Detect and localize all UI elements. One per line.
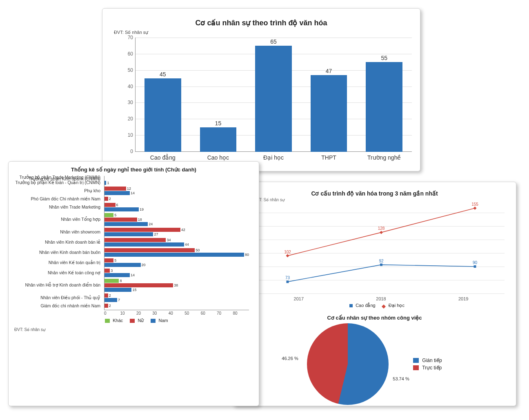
hbar-bar: 5 bbox=[104, 213, 249, 217]
legend-label-caodang: Cao đẳng bbox=[356, 303, 376, 308]
pie-chart bbox=[307, 323, 389, 405]
line-chart-title: Cơ cấu trình độ văn hóa trong 3 năm gần … bbox=[240, 190, 509, 197]
line-chart-plot: 607590105120135150739290102128155 bbox=[258, 204, 505, 294]
hbar-value-label: 20 bbox=[142, 263, 146, 267]
x-category: Trường nghề bbox=[356, 154, 412, 161]
hbar-row: Nhân viên Kinh doanh bán buôn5080 bbox=[104, 248, 249, 257]
hbar-category-label: Nhân viên Kế toán quản trị bbox=[13, 260, 100, 265]
line-point-label: 155 bbox=[471, 202, 478, 207]
hbar-category-label: Trưởng bộ phận Kế toán - Quản trị (CNMN) bbox=[13, 180, 100, 185]
pie-swatch-tructiep bbox=[413, 365, 419, 370]
hbar-value-label: 80 bbox=[245, 253, 249, 257]
leave-hbar-plot: Trưởng bộ phận Trade Marketing (CNMN)Trư… bbox=[104, 176, 249, 310]
dashboard-stage: Cơ cấu nhân sự theo trình độ văn hóa ĐVT… bbox=[0, 0, 529, 420]
hbar-row: Nhân viên Kế toán quản trị520 bbox=[104, 258, 249, 267]
hbar-row: Phó Giám đốc Chi nhánh miền Nam2 bbox=[104, 197, 249, 201]
hbar-value-label: 5 bbox=[114, 213, 116, 217]
hbar-row: Trưởng bộ phận Kế toán - Quản trị (CNMN)… bbox=[104, 181, 249, 185]
svg-rect-0 bbox=[286, 280, 289, 283]
leave-hbar-unit: ĐVT: Số nhân sự bbox=[14, 327, 253, 332]
bar bbox=[255, 46, 291, 152]
line-point-label: 102 bbox=[284, 249, 291, 254]
legend-marker-caodang bbox=[349, 304, 353, 307]
hbar-category-label: Nhân viên showroom bbox=[13, 230, 100, 235]
bar-value-label: 65 bbox=[270, 38, 277, 45]
x-tick: 50 bbox=[184, 311, 200, 316]
hbar-value-label: 2 bbox=[109, 197, 111, 201]
line-point-label: 92 bbox=[379, 258, 383, 263]
pie-legend: Gián tiếp Trực tiếp bbox=[413, 356, 442, 372]
legend-swatch-nu bbox=[130, 319, 135, 323]
leave-hbar-title: Thống kê số ngày nghỉ theo giới tính (Ch… bbox=[14, 167, 253, 173]
x-tick: 2019 bbox=[422, 296, 505, 301]
hbar-category-label: Phụ kho bbox=[13, 189, 100, 193]
bar-slot: 65 bbox=[246, 38, 301, 152]
bar-slot: 47 bbox=[301, 68, 357, 152]
svg-rect-2 bbox=[474, 265, 476, 268]
hbar-value-label: 7 bbox=[118, 298, 120, 302]
hbar-value-label: 24 bbox=[149, 222, 153, 226]
legend-label-nu: Nữ bbox=[138, 318, 144, 323]
hbar-row: Nhân viên Kinh doanh bán lẻ3444 bbox=[104, 238, 249, 247]
hbar-bar: 5 bbox=[104, 258, 249, 262]
hbar-value-label: 18 bbox=[138, 218, 142, 222]
leave-hbar-legend: Khác Nữ Nam bbox=[14, 318, 253, 323]
x-tick: 60 bbox=[201, 311, 217, 316]
hbar-bar: 6 bbox=[104, 203, 249, 207]
hbar-bar: 14 bbox=[104, 191, 249, 195]
legend-label-nam: Nam bbox=[159, 318, 168, 323]
line-chart-unit: ĐVT: Số nhân sự bbox=[253, 198, 509, 202]
hbar-bar: 42 bbox=[104, 228, 249, 232]
hbar-value-label: 2 bbox=[109, 304, 111, 308]
hbar-row: Nhân viên Tổng hợp51824 bbox=[104, 213, 249, 226]
hbar-category-label: Nhân viên Kế toán công nợ bbox=[13, 271, 100, 276]
hbar-bar: 2 bbox=[104, 304, 249, 308]
hbar-row: Nhân viên Hỗ trợ Kinh doanh điểm bán8381… bbox=[104, 279, 249, 292]
hbar-row: Nhân viên Điều phối - Thủ quỹ27 bbox=[104, 293, 249, 302]
pie-legend-tructiep: Trực tiếp bbox=[422, 365, 442, 371]
hbar-category-label: Nhân viên Điều phối - Thủ quỹ bbox=[13, 296, 100, 300]
hbar-value-label: 2 bbox=[109, 293, 111, 298]
x-tick: 80 bbox=[233, 311, 249, 316]
hbar-bar: 24 bbox=[104, 222, 249, 226]
hbar-value-label: 12 bbox=[127, 187, 131, 191]
hbar-bar: 7 bbox=[104, 298, 249, 302]
hbar-value-label: 8 bbox=[120, 279, 122, 283]
hbar-bar: 27 bbox=[104, 232, 249, 236]
y-tick: 30 bbox=[121, 100, 133, 105]
pie-swatch-giantiep bbox=[413, 358, 419, 363]
hbar-bar: 18 bbox=[104, 218, 249, 222]
hbar-bar: 34 bbox=[104, 238, 249, 242]
legend-swatch-nam bbox=[151, 319, 156, 323]
hbar-category-label: Phó Giám đốc Chi nhánh miền Nam bbox=[13, 197, 100, 202]
x-tick: 70 bbox=[217, 311, 233, 316]
hbar-value-label: 19 bbox=[140, 207, 144, 211]
legend-marker-daihoc bbox=[382, 302, 386, 307]
hbar-bar: 20 bbox=[104, 263, 249, 267]
hbar-value-label: 6 bbox=[116, 203, 118, 207]
x-category: Đại học bbox=[246, 154, 301, 161]
bar bbox=[366, 62, 402, 152]
hbar-bar: 15 bbox=[104, 288, 249, 292]
line-chart-xaxis: 201720182019 bbox=[258, 296, 505, 301]
y-tick: 20 bbox=[121, 116, 133, 122]
legend-label-khac: Khác bbox=[113, 318, 123, 323]
y-tick: 60 bbox=[121, 51, 133, 57]
y-tick: 10 bbox=[121, 132, 133, 138]
svg-rect-1 bbox=[380, 264, 382, 266]
hbar-bar: 38 bbox=[104, 283, 249, 287]
bar bbox=[311, 75, 347, 152]
hbar-bar: 80 bbox=[104, 253, 249, 257]
bar-value-label: 55 bbox=[381, 55, 387, 61]
hbar-bar: 2 bbox=[104, 293, 249, 298]
x-category: Cao đẳng bbox=[135, 154, 191, 161]
hbar-row: Nhân viên showroom4227 bbox=[104, 228, 249, 236]
pie-chart-title: Cơ cấu nhân sự theo nhóm công việc bbox=[240, 315, 509, 321]
y-tick: 50 bbox=[121, 67, 133, 73]
x-category: Cao học bbox=[191, 154, 246, 161]
x-tick: 20 bbox=[136, 311, 152, 316]
svg-marker-4 bbox=[380, 231, 383, 234]
y-tick: 40 bbox=[121, 84, 133, 89]
hbar-value-label: 14 bbox=[131, 191, 135, 195]
bar-slot: 55 bbox=[356, 55, 412, 152]
